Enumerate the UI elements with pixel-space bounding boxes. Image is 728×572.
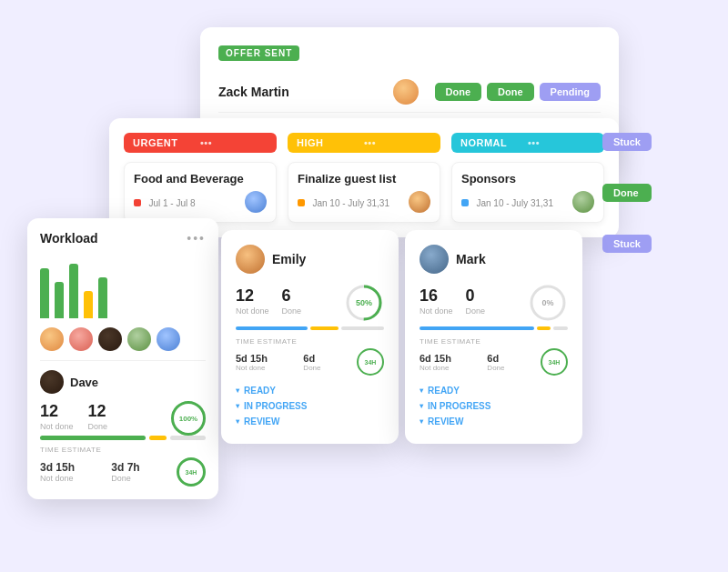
high-dots[interactable]: •••	[364, 137, 431, 148]
bar-1	[40, 268, 49, 318]
dave-done-time-val: 3d 7h	[111, 461, 139, 474]
emily-prog-gray	[341, 326, 384, 330]
emily-status-review-label: REVIEW	[244, 416, 279, 426]
dave-circle: 100%	[171, 401, 206, 436]
prog-yellow	[149, 436, 167, 440]
emily-time-row: 5d 15h Not done 6d Done 34H	[236, 348, 384, 376]
bar-4	[84, 291, 93, 318]
emily-time-label: TIME ESTIMATE	[236, 337, 384, 346]
chevron-down-icon-4: ▾	[420, 386, 423, 395]
col-header-urgent: URGENT •••	[124, 133, 277, 153]
kanban-card-urgent: Food and Beverage Jul 1 - Jul 8	[124, 162, 277, 223]
emily-not-done-label: Not done	[236, 306, 269, 316]
workload-dots[interactable]: •••	[187, 231, 206, 246]
dave-not-done-time: 3d 15h Not done	[40, 461, 75, 483]
mark-time-section: TIME ESTIMATE 6d 15h Not done 6d Done 34…	[420, 337, 568, 376]
card-meta-normal: Jan 10 - July 31,31	[461, 191, 594, 213]
mark-done-label: Done	[466, 306, 486, 316]
chevron-down-icon-3: ▾	[236, 417, 239, 426]
card-title-urgent: Food and Beverage	[134, 172, 267, 186]
mark-stats: 16 Not done 0 Done	[420, 286, 485, 316]
mark-prog-yellow	[537, 326, 551, 330]
bar-5	[98, 277, 107, 318]
tag-done-1: Done	[435, 83, 482, 101]
avatar-guest	[409, 191, 430, 213]
dave-not-done: 12 Not done	[40, 402, 74, 431]
urgent-dots[interactable]: •••	[200, 137, 268, 148]
emily-stats: 12 Not done 6 Done	[236, 286, 301, 316]
side-tags: Stuck Done Stuck	[602, 133, 652, 253]
bar-3	[69, 264, 78, 318]
mark-not-done-time: 6d 15h Not done	[420, 353, 451, 372]
emily-avatar	[236, 245, 265, 274]
emily-name: Emily	[272, 252, 306, 266]
mark-time-circle: 34H	[541, 348, 568, 376]
dave-not-done-num: 12	[40, 402, 58, 420]
dave-done-num: 12	[88, 402, 106, 420]
mark-avatar	[420, 245, 449, 274]
mark-done-num: 0	[466, 286, 475, 305]
side-tag-stuck-1: Stuck	[602, 133, 652, 151]
dave-done-label: Done	[88, 422, 108, 431]
avatar-zack	[393, 79, 419, 105]
card-title-normal: Sponsors	[461, 172, 594, 186]
mark-time-label: TIME ESTIMATE	[420, 337, 568, 346]
workload-title: Workload	[40, 231, 98, 246]
mark-time-row: 6d 15h Not done 6d Done 34H	[420, 348, 568, 376]
col-label-normal: NORMAL	[460, 137, 528, 148]
dave-time-circle: 34H	[177, 457, 206, 487]
emily-panel: Emily 12 Not done 6 Done 50% TIME ESTIMA…	[221, 230, 399, 444]
wl-avatar-5	[157, 327, 180, 351]
emily-time-circle: 34H	[357, 348, 384, 376]
mark-statuses: ▾ READY ▾ IN PROGRESS ▾ REVIEW	[420, 383, 568, 429]
emily-prog-blue	[236, 326, 308, 330]
emily-circle-text: 50%	[356, 298, 372, 307]
kanban-col-high: HIGH ••• Finalize guest list Jan 10 - Ju…	[288, 133, 440, 223]
wl-avatar-3	[98, 327, 122, 351]
dave-done-time: 3d 7h Done	[111, 461, 139, 483]
card-date-high: Jan 10 - July 31,31	[312, 198, 389, 208]
mark-status-inprogress[interactable]: ▾ IN PROGRESS	[420, 398, 568, 414]
wl-avatar-4	[127, 327, 151, 351]
emily-not-done-time: 5d 15h Not done	[236, 353, 268, 372]
tag-pending-1: Pending	[540, 83, 601, 101]
dave-not-done-time-sub: Not done	[40, 474, 75, 483]
bar-yellow-4	[84, 291, 93, 318]
chevron-down-icon-2: ▾	[236, 402, 239, 410]
mark-done-time: 6d Done	[487, 353, 504, 372]
normal-dots[interactable]: •••	[528, 137, 595, 148]
emily-not-done-num: 12	[236, 286, 254, 305]
side-tag-done: Done	[602, 184, 652, 202]
flag-urgent	[134, 199, 141, 206]
emily-status-review[interactable]: ▾ REVIEW	[236, 414, 384, 429]
mark-status-ready-label: READY	[428, 386, 460, 396]
col-header-high: HIGH •••	[288, 133, 440, 153]
bar-green-2	[55, 282, 64, 318]
kanban-card-normal: Sponsors Jan 10 - July 31,31	[451, 162, 604, 223]
emily-status-inprogress[interactable]: ▾ IN PROGRESS	[236, 398, 384, 414]
mark-status-ready[interactable]: ▾ READY	[420, 383, 568, 398]
emily-status-ready[interactable]: ▾ READY	[236, 383, 384, 398]
col-label-high: HIGH	[297, 137, 364, 148]
mark-not-done-label: Not done	[420, 306, 453, 316]
avatar-sponsors	[572, 191, 594, 213]
workload-bars	[40, 255, 206, 318]
emily-statuses: ▾ READY ▾ IN PROGRESS ▾ REVIEW	[236, 383, 384, 429]
mark-circle-wrap: 0%	[528, 283, 568, 323]
emily-circle-wrap: 50%	[344, 283, 384, 323]
emily-header: Emily	[236, 245, 384, 274]
mark-not-done-time-sub: Not done	[420, 364, 451, 372]
workload-header: Workload •••	[40, 231, 206, 246]
emily-done-time-sub: Done	[303, 364, 320, 372]
mark-prog-gray	[553, 326, 568, 330]
mark-status-review[interactable]: ▾ REVIEW	[420, 414, 568, 429]
dave-not-done-label: Not done	[40, 422, 74, 431]
emily-prog-row	[236, 326, 384, 330]
card-date-urgent: Jul 1 - Jul 8	[148, 198, 195, 208]
workload-avatars	[40, 327, 206, 351]
dave-not-done-time-val: 3d 15h	[40, 461, 75, 474]
dave-name: Dave	[70, 376, 98, 389]
mark-panel: Mark 16 Not done 0 Done 0% TIME ESTIMATE	[405, 230, 582, 444]
mark-done-time-val: 6d	[487, 353, 504, 364]
chevron-down-icon-6: ▾	[420, 417, 423, 426]
